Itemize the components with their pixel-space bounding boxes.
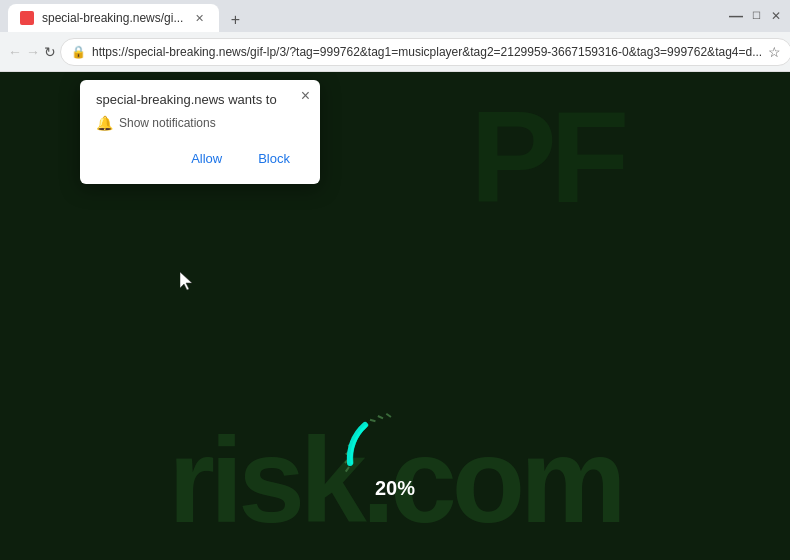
notification-popup: × special-breaking.news wants to 🔔 Show … [80,80,320,184]
maximize-button[interactable]: ☐ [750,10,762,22]
svg-text:F: F [550,84,625,230]
bell-icon: 🔔 [96,115,113,131]
tab-favicon [20,11,34,25]
title-bar: special-breaking.news/gi... ✕ + — ☐ ✕ [0,0,790,32]
tab-close-button[interactable]: ✕ [191,10,207,26]
forward-button[interactable]: → [26,38,40,66]
refresh-button[interactable]: ↻ [44,38,56,66]
window-controls: — ☐ ✕ [730,10,782,22]
gauge-container: 20% [335,403,455,500]
svg-line-9 [345,467,350,472]
url-text: https://special-breaking.news/gif-lp/3/?… [92,45,762,59]
browser-window: special-breaking.news/gi... ✕ + — ☐ ✕ ← … [0,0,790,560]
bookmark-icon[interactable]: ☆ [768,44,781,60]
active-tab[interactable]: special-breaking.news/gi... ✕ [8,4,219,32]
svg-line-18 [386,413,391,418]
gauge-percentage: 20% [375,477,415,500]
svg-line-16 [370,418,375,423]
back-button[interactable]: ← [8,38,22,66]
popup-close-button[interactable]: × [301,88,310,104]
logo-top: P F [470,82,770,283]
new-tab-button[interactable]: + [223,8,247,32]
popup-permission-row: 🔔 Show notifications [96,115,304,131]
svg-text:P: P [470,84,553,230]
tab-bar: special-breaking.news/gi... ✕ + [8,0,726,32]
popup-buttons: Allow Block [96,145,304,172]
block-button[interactable]: Block [244,145,304,172]
gauge-svg [335,403,455,473]
permission-text: Show notifications [119,116,216,130]
toolbar: ← → ↻ 🔒 https://special-breaking.news/gi… [0,32,790,72]
minimize-button[interactable]: — [730,10,742,22]
popup-title: special-breaking.news wants to [96,92,304,107]
allow-button[interactable]: Allow [177,145,236,172]
secure-icon: 🔒 [71,45,86,59]
main-content: risk.com P F [0,72,790,560]
tab-title: special-breaking.news/gi... [42,11,183,25]
address-bar[interactable]: 🔒 https://special-breaking.news/gif-lp/3… [60,38,790,66]
close-button[interactable]: ✕ [770,10,782,22]
svg-line-17 [378,415,383,420]
